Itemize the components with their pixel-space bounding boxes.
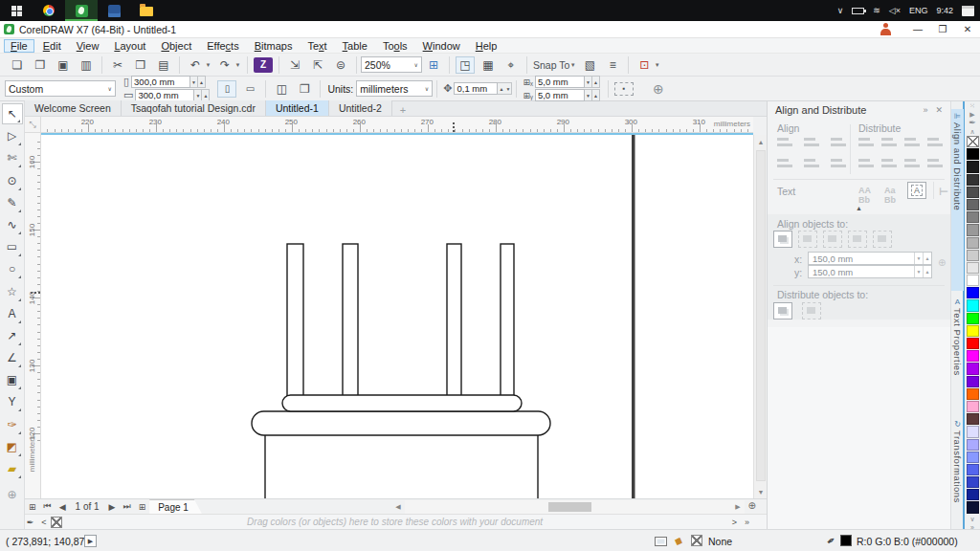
dimension-tool[interactable]: ↗ [2,325,23,346]
swatch-ff6600[interactable] [967,388,979,400]
menu-window[interactable]: Window [416,39,467,53]
palette-eyedropper-icon[interactable]: ✒ [23,518,38,527]
nudge-down[interactable]: ▼ [504,82,512,95]
last-page-button[interactable]: ⏭ [120,501,135,512]
undo-dropdown-icon[interactable]: ▼ [205,56,212,74]
swatch-5566ee[interactable] [967,464,979,475]
doc-tab-tsaqofah-tutorial-design-cdr[interactable]: Tsaqofah tutorial Design.cdr [122,100,266,116]
close-button[interactable]: ✕ [955,21,980,37]
align-objects-to-icon-3[interactable] [823,231,842,248]
swatch-112299[interactable] [967,489,979,500]
zoom-tool-icon[interactable]: ⊕ [748,500,756,511]
units-combo[interactable]: millimeters∨ [356,80,433,97]
menu-text[interactable]: Text [301,39,333,53]
page-width-field[interactable]: 300,0 mm [131,76,190,88]
landscape-button[interactable]: ▭ [240,80,259,98]
palette-more-icon[interactable]: » [741,518,753,527]
taskbar-file-explorer[interactable] [130,0,163,21]
swatch-0000ff[interactable] [967,287,979,298]
add-page-start-button[interactable]: ⊞ [25,502,40,512]
align-icon-5[interactable] [804,157,820,169]
no-color-swatch[interactable] [51,517,62,528]
doc-tab-welcome-screen[interactable]: Welcome Screen [25,100,122,116]
start-button[interactable] [0,0,33,21]
add-plus-button[interactable]: ⊕ [649,80,668,98]
shape-tool[interactable]: ▷ [2,125,23,146]
swatch-ff00ff[interactable] [967,350,979,362]
snap-to-dropdown-icon[interactable]: ▼ [569,56,576,74]
taskbar-chrome[interactable] [33,0,65,21]
collapse-arrow-icon[interactable]: ▲ [856,205,862,211]
swatch-cccccc[interactable] [967,250,979,261]
swatch-aaaaff[interactable] [967,439,979,451]
text-tool[interactable]: A [2,303,23,324]
align-objects-to-icon-2[interactable] [798,231,817,248]
swatch-ffffff[interactable] [967,275,979,286]
width-up[interactable]: ▲ [198,76,206,88]
docker-close-icon[interactable]: ✕ [935,105,943,115]
zoom-tool[interactable]: ⊙ [2,170,23,191]
all-pages-size-button[interactable]: ❐ [295,80,314,98]
open-button[interactable]: ❐ [31,56,50,74]
swatch-ff0000[interactable] [967,338,979,349]
snap-crosshair-button[interactable]: ⌖ [501,56,521,74]
page-tab[interactable]: Page 1 [149,499,202,514]
align-icon-1[interactable] [777,136,793,148]
ellipse-tool[interactable]: ○ [2,258,23,279]
ruler-origin[interactable]: ⤡ [25,117,41,133]
freehand-tool[interactable]: ✎ [2,192,23,213]
shape-leg-1[interactable] [287,244,303,397]
transparency-tool[interactable]: Y [2,391,23,412]
doc-tab-untitled-2[interactable]: Untitled-2 [329,100,392,116]
align-icon-2[interactable] [804,136,820,148]
swatch-7700dd[interactable] [967,376,979,387]
dupx-up[interactable]: ▲ [592,76,600,88]
doc-tab-untitled-1[interactable]: Untitled-1 [266,100,329,116]
dupx-down[interactable]: ▼ [585,76,592,88]
new-document-button[interactable]: ❏ [8,56,27,74]
scroll-down-icon[interactable]: ▼ [754,485,768,498]
horizontal-ruler[interactable]: millimeters 2202302402502602702802903003… [41,117,753,133]
pick-tool[interactable]: ↖ [2,103,23,124]
add-page-end-button[interactable]: ⊞ [135,502,150,512]
swatch-ddddff[interactable] [967,426,979,437]
shape-upper-bar[interactable] [282,395,522,411]
account-icon[interactable] [880,23,892,35]
options-button[interactable]: ≡ [603,56,622,74]
current-page-size-button[interactable]: ◫ [272,80,291,98]
duplicate-y-field[interactable]: 5,0 mm [535,89,585,101]
drawing-canvas[interactable] [41,135,753,498]
text-baseline-icon[interactable]: ⊢ [939,186,948,198]
distribute-icon-5[interactable] [858,157,875,169]
dupy-down[interactable]: ▼ [585,89,592,101]
distribute-icon-8[interactable] [927,157,944,169]
distribute-icon-7[interactable] [904,157,921,169]
paste-button[interactable]: ▤ [154,56,173,74]
polygon-tool[interactable]: ☆ [2,281,23,302]
palette-scroll-down-icon[interactable]: ∨ [969,515,974,523]
swatch-b3b3b3[interactable] [967,237,979,249]
taskbar-app[interactable] [98,0,130,21]
menu-table[interactable]: Table [336,39,374,53]
palette-scroll-up-icon[interactable]: ∧ [969,127,974,136]
menu-layout[interactable]: Layout [107,39,152,53]
artistic-media-tool[interactable]: ∿ [2,214,23,235]
vertical-ruler[interactable]: millimeters 160150140130120 [25,133,41,498]
vscroll-thumb[interactable] [756,150,766,481]
drop-shadow-tool[interactable]: ▣ [2,369,23,390]
next-page-button[interactable]: ▶ [105,502,120,512]
corel-connect-button[interactable]: Z [254,57,273,73]
swatch-aa00ee[interactable] [967,363,979,374]
vertical-scrollbar[interactable]: ▲ ▼ [753,135,767,498]
connector-tool[interactable]: ∠ [2,347,23,368]
tray-chevron-icon[interactable]: ∨ [837,6,844,15]
swatch-3344cc[interactable] [967,476,979,488]
align-icon-3[interactable] [831,136,847,148]
menu-view[interactable]: View [70,39,106,53]
print-button[interactable]: ▥ [77,56,96,74]
hscroll-thumb[interactable] [548,502,591,512]
shape-leg-4[interactable] [501,244,514,397]
duplicate-x-field[interactable]: 5,0 mm [535,76,585,88]
language-indicator[interactable]: ENG [909,6,928,15]
menu-edit[interactable]: Edit [36,39,68,53]
